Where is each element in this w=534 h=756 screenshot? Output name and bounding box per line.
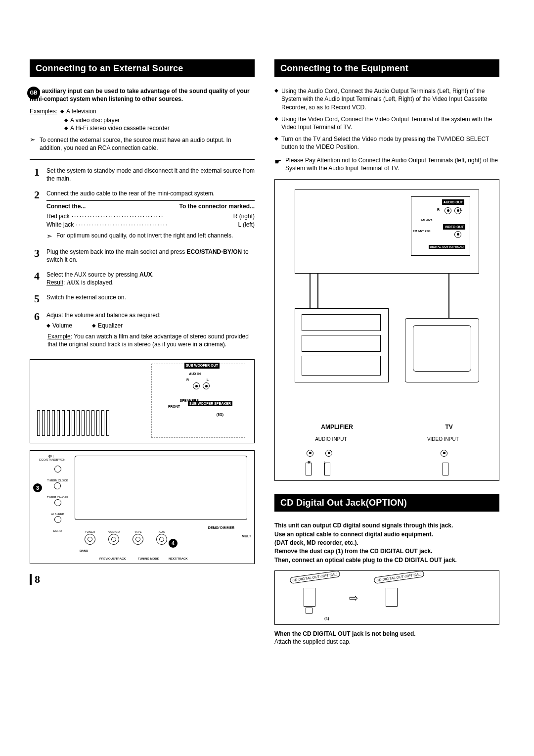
aux-r-jack-icon: [193, 382, 200, 389]
step-2-note-text: For optimum sound quality, do not invert…: [56, 232, 233, 241]
video-in-jack-icon: [441, 450, 447, 457]
page-number: 8: [30, 574, 255, 585]
left-column: Connecting to an External Source The aux…: [30, 59, 255, 646]
audio-r-label: R: [437, 207, 440, 212]
am-ant-label: AM ANT.: [421, 218, 433, 222]
cd-tail-text: Attach the supplied dust cap.: [274, 638, 351, 645]
example-text: : You can watch a film and take advantag…: [47, 333, 249, 348]
right-column: Connecting to the Equipment ◆Using the A…: [274, 59, 499, 646]
timer-onoff-knob-icon: [54, 499, 61, 506]
audio-in-r-jack-icon: [307, 450, 313, 457]
step-num-1: 1: [30, 167, 40, 183]
video-out-jack-icon: [454, 231, 461, 238]
volume-label: Volume: [46, 322, 72, 330]
bullet-3: Turn on the TV and Select the Video mode…: [281, 135, 499, 151]
row1-dots: ···································: [70, 212, 233, 220]
examples-rest: A video disc player A Hi-Fi stereo video…: [64, 116, 255, 132]
ohm-label: (8Ω): [217, 412, 223, 417]
step-5: 5 Switch the external source on.: [30, 293, 255, 304]
mult-label: MULT: [242, 534, 251, 538]
echo-label: ECHO: [53, 529, 62, 533]
heading-external-source: Connecting to an External Source: [30, 59, 255, 77]
timer-onoff-label: TIMER ON/OFF: [47, 495, 68, 499]
steps-list: 1 Set the system to standby mode and dis…: [30, 167, 255, 349]
video-out-label: VIDEO OUT: [443, 224, 465, 230]
step-num-3: 3: [30, 248, 40, 264]
equipment-bullets: ◆Using the Audio Cord, Connect the Audio…: [274, 87, 499, 151]
page-root: GB Connecting to an External Source The …: [30, 59, 499, 646]
ai-sleep-label: AI SLEEP: [51, 512, 64, 516]
diamond-icon: ◆: [274, 87, 278, 111]
audio-out-r-jack-icon: [445, 207, 451, 214]
sub-speaker-label: SUB WOOFER SPEAKER: [188, 401, 232, 406]
cd-digital-label-2: CD DIGITAL OUT (OPTICAL): [374, 570, 425, 584]
cd-tail-bold: When the CD DIGITAL OUT jack is not bein…: [274, 630, 416, 637]
r-label: R: [186, 378, 189, 382]
audio-out-label: AUDIO OUT: [442, 199, 464, 205]
rear-panel-diagram: SUB WOOFER OUT AUX IN R L SPEAKERS FRONT…: [30, 359, 255, 443]
result-label: Result: [46, 279, 63, 286]
tape-knob-icon: [133, 534, 143, 545]
hand-note-text: Please Pay Attention not to Connect the …: [285, 156, 499, 172]
hand-note: ☛ Please Pay Attention not to Connect th…: [274, 156, 499, 172]
bullet-1: Using the Audio Cord, Connect the Audio …: [281, 87, 499, 111]
result-tail: is displayed.: [80, 279, 114, 286]
row1-right: R (right): [233, 212, 255, 220]
example-1: A television: [60, 107, 96, 115]
row2-left: White jack: [46, 221, 74, 229]
eco-standby-label: ⏻/ |: [39, 455, 63, 458]
vcdcd-label: VCD/CD: [108, 530, 120, 534]
cd-intro-5: Then, connect an optical cable plug to t…: [274, 557, 457, 564]
intro-text: The auxiliary input can be used to take …: [30, 87, 255, 103]
language-badge: GB: [27, 87, 40, 99]
heading-cd-digital: CD Digital Out Jack(OPTION): [274, 494, 499, 512]
cd-intro-4: Remove the dust cap (1) from the CD DIGI…: [274, 548, 433, 555]
examples-label: Examples:: [30, 107, 57, 115]
cd-tail: When the CD DIGITAL OUT jack is not bein…: [274, 630, 499, 646]
cd-intro-3: (DAT deck, MD recorder, etc.).: [274, 539, 358, 546]
step-3-body: Plug the system back into the main socke…: [46, 248, 255, 264]
video-input-label: VIDEO INPUT: [427, 436, 459, 443]
aux-label: AUX: [156, 530, 167, 534]
equalizer-label: Equalizer: [92, 322, 123, 330]
examples-row: Examples: A television: [30, 107, 255, 115]
tuner-knob-icon: [85, 534, 95, 545]
diamond-icon: ◆: [274, 115, 278, 131]
tuning-label: TUNING MODE: [138, 557, 159, 561]
amplifier-label: AMPLIFIER: [321, 423, 353, 431]
aux-button-label: AUX: [139, 271, 152, 278]
next-label: NEXT/TRACK: [169, 557, 188, 561]
step-5-body: Switch the external source on.: [46, 293, 255, 304]
arrow-note-text: To connect the external source, the sour…: [40, 136, 255, 152]
step-num-5: 5: [30, 293, 40, 304]
row2-right: L (left): [238, 221, 255, 229]
timer-clock-knob-icon: [54, 482, 61, 489]
tape-label: TAPE: [133, 530, 143, 534]
demo-label: DEMO/ DIMMER: [208, 526, 234, 529]
rule-1: [30, 159, 255, 160]
step-2-body: Connect the audio cable to the rear of t…: [46, 189, 255, 241]
step-1: 1 Set the system to standby mode and dis…: [30, 167, 255, 183]
row2-dots: ···································: [74, 221, 238, 229]
amp-tv-labels: AMPLIFIER TV: [275, 423, 499, 431]
step-4-body: Select the AUX source by pressing AUX. R…: [46, 271, 255, 286]
callout-4: 4: [169, 539, 178, 548]
standby-knob-icon: [54, 466, 61, 472]
eco-standby-text: ECO/STANDBY/ON: [39, 458, 63, 462]
step-3: 3 Plug the system back into the main soc…: [30, 248, 255, 264]
ai-sleep-knob-icon: [54, 516, 61, 523]
example-label: Example: [47, 333, 71, 340]
digital-out-label: DIGITAL OUT (OPTICAL): [429, 245, 465, 249]
dustcap-1-label: (1): [324, 616, 329, 621]
cd-intro-1: This unit can output CD digital sound si…: [274, 522, 453, 529]
band-label: BAND: [80, 549, 88, 553]
callout-3: 3: [33, 483, 42, 492]
two-columns: Connecting to an External Source The aux…: [30, 59, 499, 646]
step-3a: Plug the system back into the main socke…: [46, 248, 186, 255]
heading-equipment: Connecting to the Equipment: [274, 59, 499, 77]
bullet-2: Using the Video Cord, Connect the Video …: [281, 115, 499, 131]
step-2: 2 Connect the audio cable to the rear of…: [30, 189, 255, 241]
example-2: A video disc player: [64, 116, 120, 124]
step-1-body: Set the system to standby mode and disco…: [46, 167, 255, 183]
eco-standby-button-label: ECO/STAND-BY/ON: [186, 248, 242, 255]
